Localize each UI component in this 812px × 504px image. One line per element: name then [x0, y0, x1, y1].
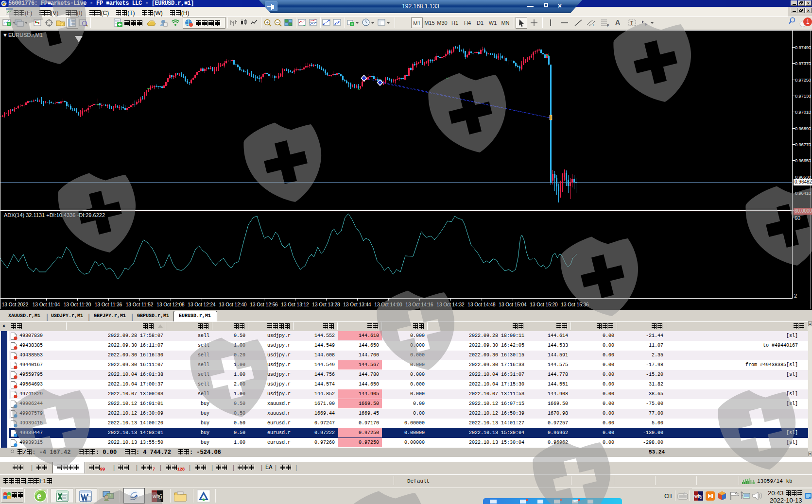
svg-text:6: 6: [699, 494, 703, 500]
svg-text:9: 9: [110, 494, 111, 497]
svg-text:F: F: [607, 24, 609, 27]
svg-text:E: E: [593, 23, 595, 27]
svg-text:T: T: [630, 20, 633, 26]
svg-text:6: 6: [158, 493, 162, 501]
svg-text:1: 1: [806, 18, 810, 25]
